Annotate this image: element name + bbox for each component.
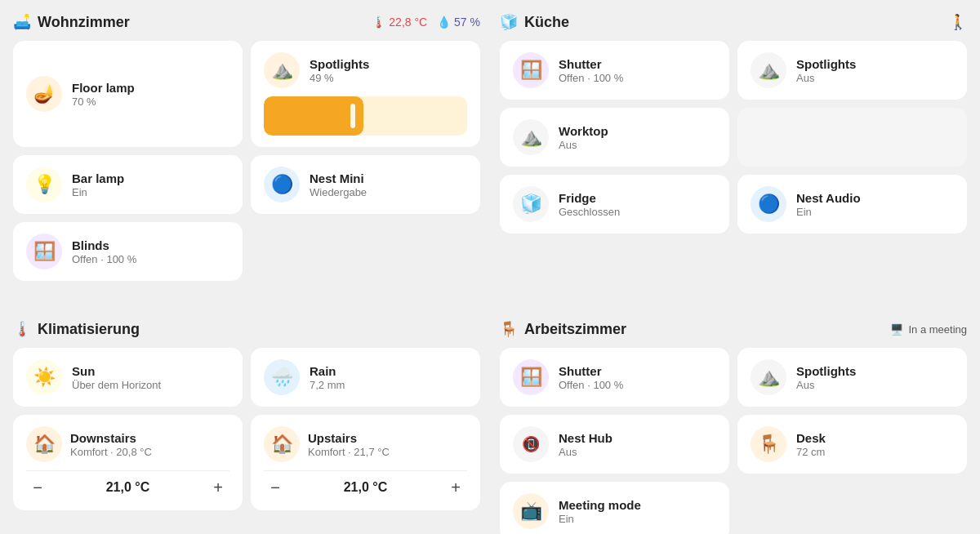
nest-mini-icon: 🔵 <box>264 167 300 202</box>
arbeit-shutter-text: Shutter Offen · 100 % <box>559 364 623 391</box>
wohnzimmer-cards: 🪔 Floor lamp 70 % ⛰️ Spotlights 49 % <box>13 41 480 281</box>
kuche-cards: 🪟 Shutter Offen · 100 % ⛰️ Spotlights Au… <box>500 41 967 234</box>
rain-text: Rain 7,2 mm <box>310 364 345 391</box>
kuche-section: 🧊 Küche 🚶 🪟 Shutter Offen · 100 % ⛰️ Spo… <box>500 13 967 281</box>
kuche-meta: 🚶 <box>949 13 967 31</box>
kuche-title: 🧊 Küche <box>500 13 569 31</box>
sun-card[interactable]: ☀️ Sun Über dem Horizont <box>13 348 243 407</box>
bar-lamp-icon: 💡 <box>26 167 62 202</box>
downstairs-text: Downstairs Komfort · 20,8 °C <box>70 431 152 458</box>
work-icon: 🪑 <box>500 320 518 338</box>
upstairs-controls: − 21,0 °C + <box>264 470 467 499</box>
klimatisierung-header: 🌡️ Klimatisierung <box>13 320 480 338</box>
downstairs-setpoint: 21,0 °C <box>106 480 150 495</box>
worktop-card[interactable]: ⛰️ Worktop Aus <box>500 108 729 167</box>
temp-value: 🌡️ 22,8 °C <box>372 16 427 29</box>
arbeit-spotlights-card[interactable]: ⛰️ Spotlights Aus <box>737 348 967 407</box>
arbeitszimmer-section: 🪑 Arbeitszimmer 🖥️ In a meeting 🪟 Shutte… <box>500 320 967 534</box>
nest-mini-card[interactable]: 🔵 Nest Mini Wiedergabe <box>251 155 480 214</box>
floor-lamp-card[interactable]: 🪔 Floor lamp 70 % <box>13 41 243 147</box>
fridge-icon: 🧊 <box>513 186 549 222</box>
downstairs-increase[interactable]: + <box>207 476 229 499</box>
arbeit-shutter-card[interactable]: 🪟 Shutter Offen · 100 % <box>500 348 729 407</box>
blinds-text: Blinds Offen · 100 % <box>72 238 136 265</box>
downstairs-controls: − 21,0 °C + <box>26 470 229 499</box>
spotlights-wohnzimmer-card[interactable]: ⛰️ Spotlights 49 % <box>251 41 480 147</box>
upstairs-setpoint: 21,0 °C <box>344 480 388 495</box>
downstairs-top: 🏠 Downstairs Komfort · 20,8 °C <box>26 426 229 462</box>
klimatisierung-title: 🌡️ Klimatisierung <box>13 320 140 338</box>
desk-icon: 🪑 <box>751 426 786 462</box>
meeting-mode-card[interactable]: 📺 Meeting mode Ein <box>500 482 729 534</box>
upstairs-icon: 🏠 <box>264 426 300 462</box>
spotlights-slider[interactable] <box>264 96 467 136</box>
spotlights-header: ⛰️ Spotlights 49 % <box>264 52 467 88</box>
sun-text: Sun Über dem Horizont <box>72 364 161 391</box>
arbeit-spotlights-icon: ⛰️ <box>751 359 786 395</box>
arbeit-spotlights-text: Spotlights Aus <box>796 364 856 391</box>
monitor-icon: 🖥️ <box>890 323 903 336</box>
person-icon: 🚶 <box>949 13 967 31</box>
arbeitszimmer-cards: 🪟 Shutter Offen · 100 % ⛰️ Spotlights Au… <box>500 348 967 534</box>
blinds-icon: 🪟 <box>26 234 62 269</box>
upstairs-text: Upstairs Komfort · 21,7 °C <box>308 431 390 458</box>
arbeit-shutter-icon: 🪟 <box>513 359 549 395</box>
downstairs-icon: 🏠 <box>26 426 62 462</box>
arbeitszimmer-header: 🪑 Arbeitszimmer 🖥️ In a meeting <box>500 320 967 338</box>
nest-hub-icon: 📵 <box>513 426 549 462</box>
rain-card[interactable]: 🌧️ Rain 7,2 mm <box>251 348 480 407</box>
wohnzimmer-section: 🛋️ Wohnzimmer 🌡️ 22,8 °C 💧 57 % 🪔 Floor … <box>13 13 480 281</box>
arbeitszimmer-title: 🪑 Arbeitszimmer <box>500 320 626 338</box>
rain-icon: 🌧️ <box>264 359 300 395</box>
sun-icon: ☀️ <box>26 359 62 395</box>
fridge-card[interactable]: 🧊 Fridge Geschlossen <box>500 175 729 234</box>
kuche-shutter-icon: 🪟 <box>513 52 549 88</box>
upstairs-top: 🏠 Upstairs Komfort · 21,7 °C <box>264 426 467 462</box>
kuche-spotlights-icon: ⛰️ <box>751 52 786 88</box>
wohnzimmer-header: 🛋️ Wohnzimmer 🌡️ 22,8 °C 💧 57 % <box>13 13 480 31</box>
meeting-mode-icon: 📺 <box>513 493 549 529</box>
desk-text: Desk 72 cm <box>796 431 826 458</box>
nest-audio-text: Nest Audio Ein <box>796 191 861 218</box>
desk-card[interactable]: 🪑 Desk 72 cm <box>737 415 967 474</box>
meeting-mode-text: Meeting mode Ein <box>559 498 641 525</box>
spotlights-text: Spotlights 49 % <box>310 57 369 84</box>
worktop-text: Worktop Aus <box>559 124 608 151</box>
slider-handle <box>350 104 355 128</box>
kuche-empty-card <box>737 108 967 167</box>
humidity-value: 💧 57 % <box>437 16 480 29</box>
kuche-shutter-text: Shutter Offen · 100 % <box>559 57 623 84</box>
sofa-icon: 🛋️ <box>13 13 31 31</box>
klimatisierung-cards: ☀️ Sun Über dem Horizont 🌧️ Rain 7,2 mm … <box>13 348 480 510</box>
kuche-shutter-card[interactable]: 🪟 Shutter Offen · 100 % <box>500 41 729 100</box>
nest-hub-card[interactable]: 📵 Nest Hub Aus <box>500 415 729 474</box>
upstairs-decrease[interactable]: − <box>264 476 287 499</box>
upstairs-card[interactable]: 🏠 Upstairs Komfort · 21,7 °C − 21,0 °C + <box>251 415 480 510</box>
floor-lamp-text: Floor lamp 70 % <box>72 81 135 108</box>
blinds-card[interactable]: 🪟 Blinds Offen · 100 % <box>13 222 243 281</box>
downstairs-card[interactable]: 🏠 Downstairs Komfort · 20,8 °C − 21,0 °C… <box>13 415 243 510</box>
bar-lamp-card[interactable]: 💡 Bar lamp Ein <box>13 155 243 214</box>
thermo-icon: 🌡️ <box>13 320 31 338</box>
floor-lamp-icon: 🪔 <box>26 76 62 112</box>
nest-audio-card[interactable]: 🔵 Nest Audio Ein <box>737 175 967 234</box>
kuche-spotlights-text: Spotlights Aus <box>796 57 856 84</box>
nest-hub-text: Nest Hub Aus <box>559 431 612 458</box>
spotlights-icon: ⛰️ <box>264 52 300 88</box>
meeting-status: 🖥️ In a meeting <box>890 323 967 336</box>
upstairs-increase[interactable]: + <box>444 476 467 499</box>
kuche-header: 🧊 Küche 🚶 <box>500 13 967 31</box>
nest-audio-icon: 🔵 <box>751 186 786 222</box>
slider-fill <box>264 96 363 136</box>
kuche-spotlights-card[interactable]: ⛰️ Spotlights Aus <box>737 41 967 100</box>
fridge-section-icon: 🧊 <box>500 13 518 31</box>
fridge-text: Fridge Geschlossen <box>559 191 620 218</box>
downstairs-decrease[interactable]: − <box>26 476 49 499</box>
bar-lamp-text: Bar lamp Ein <box>72 171 124 198</box>
nest-mini-text: Nest Mini Wiedergabe <box>310 171 367 198</box>
wohnzimmer-meta: 🌡️ 22,8 °C 💧 57 % <box>372 16 480 29</box>
wohnzimmer-title: 🛋️ Wohnzimmer <box>13 13 130 31</box>
worktop-icon: ⛰️ <box>513 119 549 155</box>
klimatisierung-section: 🌡️ Klimatisierung ☀️ Sun Über dem Horizo… <box>13 320 480 534</box>
